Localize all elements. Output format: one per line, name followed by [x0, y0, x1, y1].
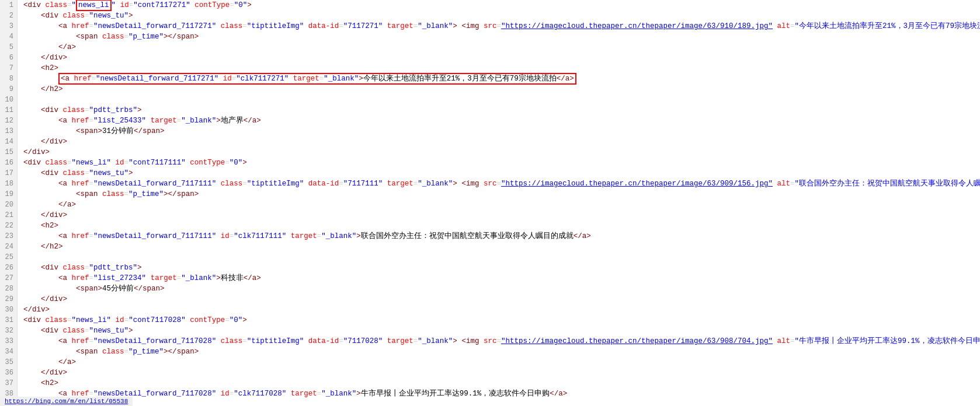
ln-27: 27: [4, 273, 13, 284]
ln-32: 32: [4, 326, 13, 336]
ln-4: 4: [4, 32, 13, 42]
ln-21: 21: [4, 210, 13, 220]
ln-23: 23: [4, 231, 13, 242]
code-line-4: <span class="p_time"></span>: [23, 32, 974, 42]
code-line-13: <span>31分钟前</span>: [23, 126, 974, 136]
ln-35: 35: [4, 357, 13, 368]
code-line-10: [23, 94, 974, 105]
code-line-25: [23, 252, 974, 262]
code-line-32: <div class="news_tu">: [23, 326, 974, 336]
code-line-33: <a href="newsDetail_forward_7117028" cla…: [23, 336, 974, 346]
ln-1: 1: [4, 0, 13, 10]
code-line-2: <div class="news_tu">: [23, 10, 974, 21]
ln-22: 22: [4, 220, 13, 231]
ln-8: 8: [4, 74, 13, 84]
code-line-19: <span class="p_time"></span>: [23, 189, 974, 200]
ln-31: 31: [4, 315, 13, 326]
ln-9: 9: [4, 84, 13, 94]
code-line-8: <a href="newsDetail_forward_7117271" id=…: [23, 74, 974, 84]
code-line-1: <div class="news_li" id="cont7117271" co…: [23, 0, 974, 10]
code-line-6: </div>: [23, 52, 974, 63]
ln-36: 36: [4, 368, 13, 378]
code-line-5: </a>: [23, 42, 974, 52]
ln-19: 19: [4, 189, 13, 200]
code-line-24: </h2>: [23, 242, 974, 252]
code-line-17: <div class="news_tu">: [23, 168, 974, 178]
code-line-14: </div>: [23, 136, 974, 147]
code-line-36: </div>: [23, 368, 974, 378]
code-line-34: <span class="p_time"></span>: [23, 346, 974, 357]
ln-6: 6: [4, 52, 13, 63]
ln-13: 13: [4, 126, 13, 136]
ln-30: 30: [4, 304, 13, 315]
code-line-18: <a href="newsDetail_forward_7117111" cla…: [23, 178, 974, 189]
ln-29: 29: [4, 294, 13, 304]
code-line-35: </a>: [23, 357, 974, 368]
code-line-38: <a href="newsDetail_forward_7117028" id=…: [23, 388, 974, 399]
code-line-9: </h2>: [23, 84, 974, 94]
code-area: 1 2 3 4 5 6 7 8 9 10 11 12 13 14 15 16 1…: [0, 0, 980, 406]
ln-34: 34: [4, 346, 13, 357]
code-line-39: </h2>: [23, 399, 974, 406]
ln-2: 2: [4, 10, 13, 21]
code-line-20: </a>: [23, 200, 974, 210]
code-line-26: <div class="pdtt_trbs">: [23, 262, 974, 273]
ln-12: 12: [4, 116, 13, 126]
code-line-15: </div>: [23, 147, 974, 158]
code-line-7: <h2>: [23, 63, 974, 74]
ln-14: 14: [4, 136, 13, 147]
code-line-22: <h2>: [23, 220, 974, 231]
ln-26: 26: [4, 262, 13, 273]
ln-28: 28: [4, 284, 13, 294]
url-bar: https://bing.com/m/en/list/05538: [0, 397, 133, 406]
ln-15: 15: [4, 147, 13, 158]
ln-10: 10: [4, 94, 13, 105]
ln-3: 3: [4, 21, 13, 32]
code-line-11: <div class="pdtt_trbs">: [23, 105, 974, 116]
code-lines: <div class="news_li" id="cont7117271" co…: [18, 0, 980, 406]
code-line-31: <div class="news_li" id="cont7117028" co…: [23, 315, 974, 326]
code-line-27: <a href="list_27234" target="_blank">科技非…: [23, 273, 974, 284]
ln-7: 7: [4, 63, 13, 74]
ln-5: 5: [4, 42, 13, 52]
ln-37: 37: [4, 378, 13, 388]
code-line-30: </div>: [23, 304, 974, 315]
ln-20: 20: [4, 200, 13, 210]
code-line-37: <h2>: [23, 378, 974, 388]
code-line-21: </div>: [23, 210, 974, 220]
ln-24: 24: [4, 242, 13, 252]
code-container: 1 2 3 4 5 6 7 8 9 10 11 12 13 14 15 16 1…: [0, 0, 980, 406]
code-line-3: <a href="newsDetail_forward_7117271" cla…: [23, 21, 974, 32]
ln-33: 33: [4, 336, 13, 346]
line-numbers: 1 2 3 4 5 6 7 8 9 10 11 12 13 14 15 16 1…: [0, 0, 18, 406]
code-line-28: <span>45分钟前</span>: [23, 284, 974, 294]
code-line-29: </div>: [23, 294, 974, 304]
ln-17: 17: [4, 168, 13, 178]
code-line-16: <div class="news_li" id="cont7117111" co…: [23, 158, 974, 168]
ln-16: 16: [4, 158, 13, 168]
code-line-12: <a href="list_25433" target="_blank">地产界…: [23, 116, 974, 126]
ln-25: 25: [4, 252, 13, 262]
code-line-23: <a href="newsDetail_forward_7117111" id=…: [23, 231, 974, 242]
ln-11: 11: [4, 105, 13, 116]
ln-18: 18: [4, 178, 13, 189]
